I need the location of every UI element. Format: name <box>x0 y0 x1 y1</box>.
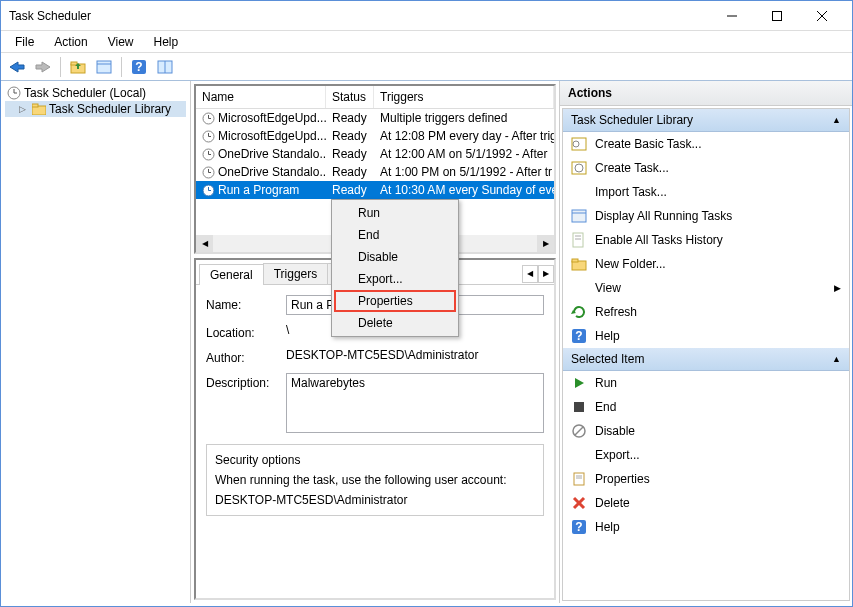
close-button[interactable] <box>799 2 844 30</box>
window-title: Task Scheduler <box>9 9 709 23</box>
section-selected-item[interactable]: Selected Item ▲ <box>563 348 849 371</box>
action-enable-history[interactable]: Enable All Tasks History <box>563 228 849 252</box>
running-icon <box>571 208 587 224</box>
cell-trigger: At 12:00 AM on 5/1/1992 - After <box>374 147 554 161</box>
svg-rect-19 <box>32 104 38 107</box>
tab-general[interactable]: General <box>199 264 264 285</box>
cell-trigger: At 10:30 AM every Sunday of eve <box>374 183 554 197</box>
ctx-run[interactable]: Run <box>334 202 456 224</box>
tree-library[interactable]: ▷ Task Scheduler Library <box>5 101 186 117</box>
action-help[interactable]: ? Help <box>563 324 849 348</box>
pane-icon[interactable] <box>153 56 177 78</box>
col-triggers[interactable]: Triggers <box>374 86 554 108</box>
svg-rect-7 <box>71 62 77 65</box>
maximize-button[interactable] <box>754 2 799 30</box>
tab-scroll-left-icon[interactable]: ◀ <box>522 265 538 283</box>
window-buttons <box>709 2 844 30</box>
action-delete[interactable]: Delete <box>563 491 849 515</box>
action-label: End <box>595 400 616 414</box>
col-status[interactable]: Status <box>326 86 374 108</box>
section-library[interactable]: Task Scheduler Library ▲ <box>563 109 849 132</box>
action-label: Display All Running Tasks <box>595 209 732 223</box>
folder-up-icon[interactable] <box>66 56 90 78</box>
tree-library-label: Task Scheduler Library <box>49 102 171 116</box>
titlebar: Task Scheduler <box>1 1 852 31</box>
cell-name: Run a Program <box>218 183 299 197</box>
table-row[interactable]: MicrosoftEdgeUpd... Ready Multiple trigg… <box>196 109 554 127</box>
action-label: Help <box>595 520 620 534</box>
action-refresh[interactable]: Refresh <box>563 300 849 324</box>
action-display-running[interactable]: Display All Running Tasks <box>563 204 849 228</box>
action-create-task[interactable]: Create Task... <box>563 156 849 180</box>
view-icon <box>571 280 587 296</box>
import-icon <box>571 184 587 200</box>
svg-rect-45 <box>572 259 578 262</box>
action-label: Disable <box>595 424 635 438</box>
main-area: Task Scheduler (Local) ▷ Task Scheduler … <box>1 81 852 603</box>
context-menu: Run End Disable Export... Properties Del… <box>331 199 459 337</box>
action-disable[interactable]: Disable <box>563 419 849 443</box>
security-options: Security options When running the task, … <box>206 444 544 516</box>
ctx-end[interactable]: End <box>334 224 456 246</box>
tree-panel: Task Scheduler (Local) ▷ Task Scheduler … <box>1 81 191 603</box>
expander-icon[interactable]: ▷ <box>19 104 29 114</box>
ctx-export[interactable]: Export... <box>334 268 456 290</box>
cell-name: MicrosoftEdgeUpd... <box>218 111 326 125</box>
svg-line-52 <box>575 427 583 435</box>
security-text: When running the task, use the following… <box>215 473 535 487</box>
action-create-basic-task[interactable]: Create Basic Task... <box>563 132 849 156</box>
action-help2[interactable]: ? Help <box>563 515 849 539</box>
table-row[interactable]: MicrosoftEdgeUpd... Ready At 12:08 PM ev… <box>196 127 554 145</box>
toolbar: ? <box>1 53 852 81</box>
export-icon <box>571 447 587 463</box>
svg-rect-9 <box>97 61 111 73</box>
help-icon[interactable]: ? <box>127 56 151 78</box>
ctx-disable[interactable]: Disable <box>334 246 456 268</box>
back-button[interactable] <box>5 56 29 78</box>
svg-rect-50 <box>574 402 584 412</box>
forward-button[interactable] <box>31 56 55 78</box>
action-label: Refresh <box>595 305 637 319</box>
ctx-properties[interactable]: Properties <box>334 290 456 312</box>
menu-help[interactable]: Help <box>144 33 189 51</box>
svg-marker-5 <box>36 62 50 72</box>
tab-triggers[interactable]: Triggers <box>263 263 329 284</box>
clock-icon <box>202 184 215 197</box>
scroll-right-icon[interactable]: ▶ <box>537 235 554 252</box>
svg-rect-1 <box>772 11 781 20</box>
action-run[interactable]: Run <box>563 371 849 395</box>
section-selected-label: Selected Item <box>571 352 644 366</box>
menu-view[interactable]: View <box>98 33 144 51</box>
ctx-delete[interactable]: Delete <box>334 312 456 334</box>
svg-text:?: ? <box>575 520 582 534</box>
folder-icon <box>32 103 46 115</box>
action-label: Delete <box>595 496 630 510</box>
cell-status: Ready <box>326 183 374 197</box>
svg-rect-41 <box>573 233 583 247</box>
table-row[interactable]: OneDrive Standalo... Ready At 1:00 PM on… <box>196 163 554 181</box>
action-end[interactable]: End <box>563 395 849 419</box>
menu-action[interactable]: Action <box>44 33 97 51</box>
clock-icon <box>202 148 215 161</box>
clock-icon <box>202 130 215 143</box>
tree-root[interactable]: Task Scheduler (Local) <box>5 85 186 101</box>
description-field[interactable] <box>286 373 544 433</box>
table-row[interactable]: Run a Program Ready At 10:30 AM every Su… <box>196 181 554 199</box>
action-import-task[interactable]: Import Task... <box>563 180 849 204</box>
action-view[interactable]: View ▶ <box>563 276 849 300</box>
action-properties[interactable]: Properties <box>563 467 849 491</box>
menu-file[interactable]: File <box>5 33 44 51</box>
minimize-button[interactable] <box>709 2 754 30</box>
properties-icon[interactable] <box>92 56 116 78</box>
submenu-arrow-icon: ▶ <box>834 283 841 293</box>
tab-scroll-right-icon[interactable]: ▶ <box>538 265 554 283</box>
table-row[interactable]: OneDrive Standalo... Ready At 12:00 AM o… <box>196 145 554 163</box>
action-new-folder[interactable]: New Folder... <box>563 252 849 276</box>
cell-trigger: Multiple triggers defined <box>374 111 554 125</box>
action-label: Create Basic Task... <box>595 137 702 151</box>
action-label: Enable All Tasks History <box>595 233 723 247</box>
action-export[interactable]: Export... <box>563 443 849 467</box>
scroll-left-icon[interactable]: ◀ <box>196 235 213 252</box>
col-name[interactable]: Name <box>196 86 326 108</box>
svg-marker-4 <box>10 62 24 72</box>
